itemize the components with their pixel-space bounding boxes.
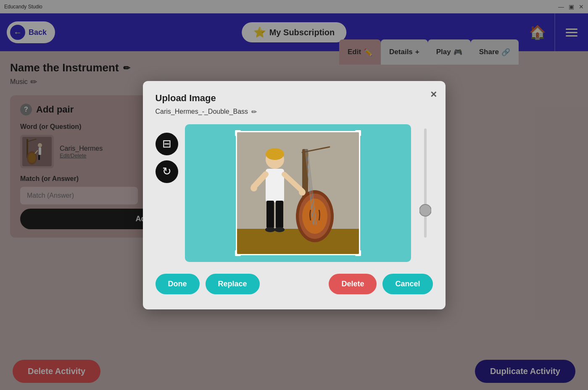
- modal-actions-right: Delete Cancel: [329, 274, 432, 294]
- svg-point-21: [266, 148, 284, 160]
- filename-edit-icon[interactable]: ✏: [251, 108, 257, 116]
- modal-filename: Caris_Hermes_-_Double_Bass ✏: [156, 108, 433, 116]
- image-cropper: [185, 124, 411, 262]
- modal-tools: ⊟ ↻: [156, 124, 178, 183]
- crop-image: [237, 132, 359, 254]
- upload-image-modal: Upload Image × Caris_Hermes_-_Double_Bas…: [143, 81, 446, 309]
- crop-icon: ⊟: [162, 137, 171, 150]
- crop-tool-button[interactable]: ⊟: [156, 133, 178, 155]
- refresh-icon: ↻: [162, 165, 171, 178]
- modal-actions: Done Replace Delete Cancel: [156, 274, 433, 294]
- svg-rect-27: [266, 201, 274, 228]
- replace-button[interactable]: Replace: [206, 274, 260, 294]
- svg-point-14: [302, 199, 327, 234]
- modal-title: Upload Image: [156, 93, 433, 104]
- svg-point-25: [299, 189, 306, 196]
- bass-svg: [237, 132, 359, 254]
- modal-image-area: ⊟ ↻: [156, 124, 433, 262]
- crop-frame: [236, 131, 360, 255]
- modal-close-button[interactable]: ×: [430, 88, 437, 101]
- modal-actions-left: Done Replace: [156, 274, 260, 294]
- svg-rect-28: [276, 201, 283, 228]
- filename-text: Caris_Hermes_-_Double_Bass: [156, 108, 248, 115]
- svg-point-30: [274, 227, 285, 232]
- done-button[interactable]: Done: [156, 274, 200, 294]
- svg-rect-10: [237, 229, 359, 254]
- zoom-slider-container: [418, 124, 433, 242]
- refresh-tool-button[interactable]: ↻: [156, 160, 178, 183]
- svg-point-26: [250, 185, 257, 191]
- svg-point-29: [265, 227, 275, 232]
- modal-delete-button[interactable]: Delete: [329, 274, 377, 294]
- cancel-button[interactable]: Cancel: [382, 274, 432, 294]
- modal-overlay[interactable]: Upload Image × Caris_Hermes_-_Double_Bas…: [0, 0, 588, 390]
